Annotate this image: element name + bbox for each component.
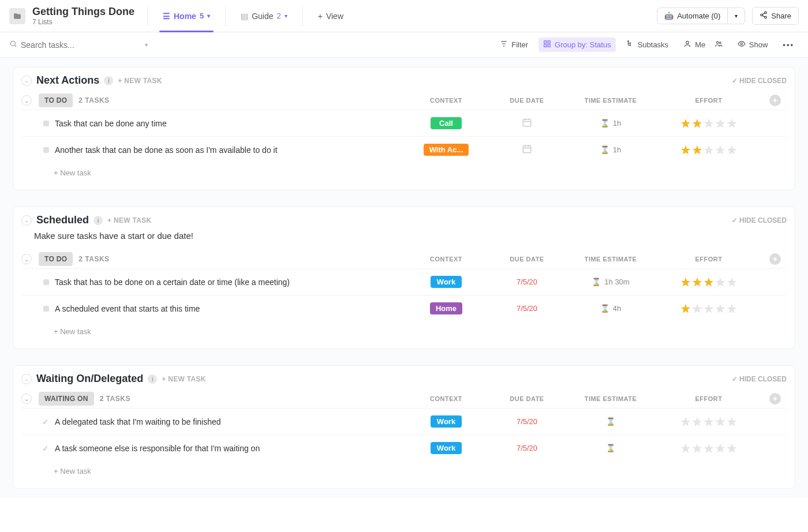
star-icon[interactable]: ★ bbox=[727, 117, 737, 130]
folder-icon[interactable] bbox=[9, 8, 25, 24]
automate-button[interactable]: 🤖 Automate (0) bbox=[657, 8, 728, 24]
star-icon[interactable]: ★ bbox=[715, 143, 725, 157]
context-tag[interactable]: Work bbox=[431, 442, 462, 454]
context-tag[interactable]: Home bbox=[430, 302, 462, 314]
star-icon[interactable]: ★ bbox=[715, 415, 725, 429]
chevron-down-icon[interactable]: ▾ bbox=[145, 42, 148, 48]
star-icon[interactable]: ★ bbox=[704, 143, 714, 157]
new-task-link[interactable]: + NEW TASK bbox=[162, 375, 205, 383]
hide-closed-button[interactable]: ✓ HIDE CLOSED bbox=[732, 375, 787, 383]
effort-rating[interactable]: ★★★★★ bbox=[654, 415, 764, 429]
task-estimate[interactable]: ⌛ bbox=[567, 417, 654, 426]
task-name[interactable]: Another task that can be done as soon as… bbox=[55, 145, 406, 155]
task-name[interactable]: A scheduled event that starts at this ti… bbox=[55, 304, 406, 313]
automate-dropdown-button[interactable]: ▾ bbox=[728, 8, 745, 24]
filter-button[interactable]: Filter bbox=[495, 38, 533, 52]
calendar-icon[interactable] bbox=[487, 117, 567, 129]
collapse-group-button[interactable]: ⌄ bbox=[21, 394, 32, 404]
star-icon[interactable]: ★ bbox=[704, 415, 714, 429]
star-icon[interactable]: ★ bbox=[727, 275, 737, 289]
collapse-group-button[interactable]: ⌄ bbox=[21, 254, 32, 264]
star-icon[interactable]: ★ bbox=[727, 143, 737, 157]
star-icon[interactable]: ★ bbox=[680, 275, 691, 289]
section-title[interactable]: Waiting On/Delegated bbox=[36, 373, 143, 385]
info-icon[interactable]: i bbox=[93, 216, 103, 225]
star-icon[interactable]: ★ bbox=[692, 117, 702, 130]
check-icon[interactable]: ✓ bbox=[42, 417, 55, 426]
star-icon[interactable]: ★ bbox=[704, 117, 714, 130]
star-icon[interactable]: ★ bbox=[715, 275, 725, 289]
subtasks-button[interactable]: Subtasks bbox=[622, 38, 673, 52]
task-row[interactable]: Another task that can be done as soon as… bbox=[21, 136, 787, 163]
star-icon[interactable]: ★ bbox=[680, 441, 691, 455]
task-estimate[interactable]: ⌛1h 30m bbox=[567, 278, 654, 286]
collapse-section-button[interactable]: ⌄ bbox=[21, 215, 32, 226]
task-name[interactable]: Task that can be done any time bbox=[55, 119, 406, 128]
task-row[interactable]: A scheduled event that starts at this ti… bbox=[21, 295, 787, 321]
task-estimate[interactable]: ⌛1h bbox=[567, 119, 654, 128]
star-icon[interactable]: ★ bbox=[680, 117, 691, 130]
star-icon[interactable]: ★ bbox=[715, 441, 725, 455]
star-icon[interactable]: ★ bbox=[692, 143, 702, 157]
new-task-button[interactable]: + New task bbox=[21, 461, 787, 484]
task-row[interactable]: Task that can be done any time Call ⌛1h … bbox=[21, 110, 787, 136]
effort-rating[interactable]: ★★★★★ bbox=[654, 302, 764, 316]
star-icon[interactable]: ★ bbox=[692, 302, 702, 316]
task-due-date[interactable]: 7/5/20 bbox=[487, 417, 567, 426]
star-icon[interactable]: ★ bbox=[715, 302, 725, 316]
page-title[interactable]: Getting Things Done bbox=[32, 6, 134, 18]
star-icon[interactable]: ★ bbox=[704, 275, 714, 289]
context-tag[interactable]: Work bbox=[431, 415, 462, 428]
task-name[interactable]: A delegated task that I'm waiting to be … bbox=[55, 417, 406, 426]
section-title[interactable]: Next Actions bbox=[36, 74, 99, 87]
add-column-button[interactable]: + bbox=[769, 253, 781, 265]
star-icon[interactable]: ★ bbox=[704, 302, 714, 316]
star-icon[interactable]: ★ bbox=[680, 415, 691, 429]
star-icon[interactable]: ★ bbox=[704, 441, 714, 455]
info-icon[interactable]: i bbox=[104, 76, 113, 85]
show-button[interactable]: Show bbox=[733, 38, 773, 52]
section-title[interactable]: Scheduled bbox=[36, 214, 89, 226]
context-tag[interactable]: With Ac... bbox=[424, 144, 469, 156]
effort-rating[interactable]: ★★★★★ bbox=[654, 117, 764, 130]
star-icon[interactable]: ★ bbox=[692, 441, 702, 455]
star-icon[interactable]: ★ bbox=[727, 441, 737, 455]
search-input[interactable] bbox=[21, 40, 141, 50]
add-view-button[interactable]: + View bbox=[310, 0, 351, 32]
status-indicator[interactable] bbox=[43, 121, 49, 126]
add-column-button[interactable]: + bbox=[769, 95, 781, 106]
new-task-link[interactable]: + NEW TASK bbox=[107, 216, 151, 224]
calendar-icon[interactable] bbox=[487, 144, 567, 156]
task-due-date[interactable]: 7/5/20 bbox=[487, 444, 567, 452]
add-column-button[interactable]: + bbox=[769, 393, 781, 404]
hide-closed-button[interactable]: ✓ HIDE CLOSED bbox=[732, 77, 787, 85]
task-name[interactable]: A task someone else is responsible for t… bbox=[55, 444, 406, 453]
collapse-section-button[interactable]: ⌄ bbox=[21, 374, 32, 384]
status-pill[interactable]: TO DO bbox=[39, 93, 73, 107]
star-icon[interactable]: ★ bbox=[727, 302, 737, 316]
task-name[interactable]: Task that has to be done on a certain da… bbox=[55, 278, 406, 287]
status-indicator[interactable] bbox=[43, 306, 49, 312]
new-task-button[interactable]: + New task bbox=[21, 163, 787, 185]
context-tag[interactable]: Call bbox=[431, 117, 462, 129]
task-row[interactable]: Task that has to be done on a certain da… bbox=[21, 268, 787, 295]
me-button[interactable]: Me · bbox=[679, 38, 727, 52]
check-icon[interactable]: ✓ bbox=[42, 444, 55, 453]
task-estimate[interactable]: ⌛1h bbox=[567, 145, 654, 154]
more-button[interactable]: ••• bbox=[778, 38, 799, 51]
status-indicator[interactable] bbox=[43, 279, 49, 285]
hide-closed-button[interactable]: ✓ HIDE CLOSED bbox=[732, 216, 787, 224]
effort-rating[interactable]: ★★★★★ bbox=[654, 143, 764, 157]
context-tag[interactable]: Work bbox=[431, 276, 462, 288]
task-estimate[interactable]: ⌛4h bbox=[567, 304, 654, 313]
star-icon[interactable]: ★ bbox=[680, 302, 691, 316]
star-icon[interactable]: ★ bbox=[692, 275, 702, 289]
task-row[interactable]: ✓ A task someone else is responsible for… bbox=[21, 434, 787, 461]
status-pill[interactable]: WAITING ON bbox=[39, 392, 94, 406]
people-icon[interactable] bbox=[715, 40, 723, 50]
collapse-section-button[interactable]: ⌄ bbox=[21, 76, 32, 86]
view-tab-home[interactable]: ☰ Home 5 ▾ bbox=[155, 0, 218, 32]
search-wrap[interactable]: ▾ bbox=[9, 40, 148, 50]
collapse-group-button[interactable]: ⌄ bbox=[21, 95, 32, 106]
new-task-link[interactable]: + NEW TASK bbox=[118, 77, 162, 85]
